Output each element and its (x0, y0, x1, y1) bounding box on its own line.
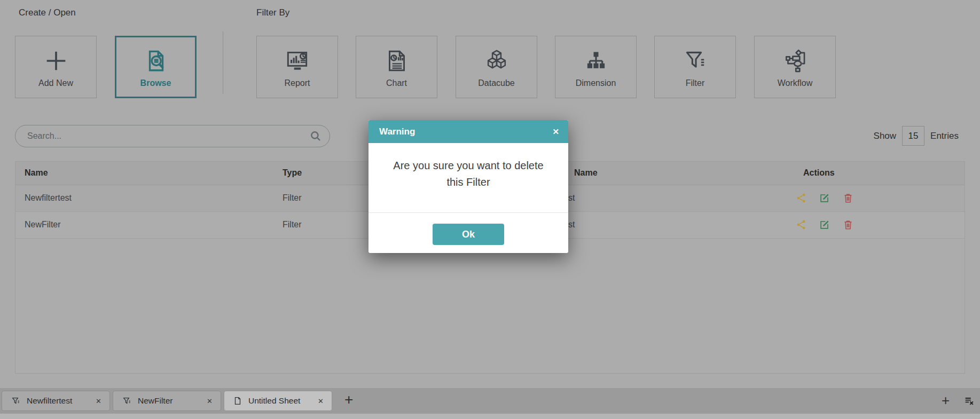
workflow-icon (782, 46, 809, 75)
warning-dialog: Warning ✕ Are you sure you want to delet… (369, 120, 568, 253)
dialog-message: Are you sure you want to delete this Fil… (385, 157, 552, 191)
share-icon[interactable] (795, 192, 807, 204)
browse-label: Browse (140, 78, 171, 88)
filter-icon (682, 46, 709, 75)
share-icon[interactable] (795, 219, 807, 231)
edit-icon[interactable] (819, 219, 830, 231)
tile-label: Datacube (478, 78, 515, 88)
dimension-icon (583, 46, 609, 75)
filter-tile-chart[interactable]: Chart (356, 36, 437, 98)
tile-label: Dimension (576, 78, 616, 88)
filter-tile-report[interactable]: Report (256, 36, 338, 98)
search-icon[interactable] (309, 129, 323, 145)
cell-name: Newfiltertest (25, 193, 72, 203)
add-new-label: Add New (38, 78, 73, 88)
close-icon[interactable]: ✕ (318, 397, 324, 405)
filter-tile-datacube[interactable]: Datacube (456, 36, 537, 98)
sheet-tab-label: Newfiltertest (27, 396, 96, 406)
entries-control: Show Entries (874, 126, 959, 146)
browse-tile[interactable]: Browse (115, 36, 197, 98)
add-sheet-button-right[interactable]: + (942, 393, 950, 407)
add-new-tile[interactable]: Add New (15, 36, 97, 98)
sheet-tab-bar: Newfiltertest ✕ NewFilter ✕ Untitled She… (0, 388, 980, 414)
tile-label: Filter (686, 78, 705, 88)
filter-tile-workflow[interactable]: Workflow (754, 36, 836, 98)
col-header-owner-fragment: Name (574, 168, 598, 178)
sheet-tab-newfiltertest[interactable]: Newfiltertest ✕ (2, 391, 110, 411)
create-open-title: Create / Open (19, 7, 76, 18)
filter-tile-dimension[interactable]: Dimension (555, 36, 637, 98)
cell-owner-fragment: st (568, 220, 575, 230)
dialog-title: Warning (379, 127, 415, 137)
col-header-name: Name (25, 168, 48, 178)
filter-funnel-icon (11, 396, 21, 406)
show-label: Show (874, 131, 897, 141)
filter-tile-filter[interactable]: Filter (654, 36, 736, 98)
report-icon (284, 46, 311, 75)
search-input[interactable] (15, 125, 330, 147)
cell-name: NewFilter (25, 220, 61, 230)
cell-type: Filter (283, 220, 302, 230)
delete-icon[interactable] (842, 192, 854, 204)
delete-icon[interactable] (842, 219, 854, 231)
browse-document-search-icon (143, 46, 169, 75)
bottom-strip (0, 414, 980, 419)
filter-funnel-icon (122, 396, 132, 406)
sheet-tab-newfilter[interactable]: NewFilter ✕ (113, 391, 221, 411)
filter-by-title: Filter By (256, 7, 289, 18)
search-bar (15, 125, 330, 147)
cell-type: Filter (283, 193, 302, 203)
dialog-footer-divider (369, 212, 568, 213)
tile-label: Report (284, 78, 310, 88)
close-icon[interactable]: ✕ (552, 128, 559, 136)
cell-owner-fragment: st (568, 193, 575, 203)
col-header-actions: Actions (803, 168, 835, 178)
plus-icon (42, 46, 70, 75)
tile-label: Chart (386, 78, 407, 88)
sheet-tab-untitled-sheet[interactable]: Untitled Sheet ✕ (224, 391, 332, 411)
datacube-icon (483, 46, 510, 75)
chart-icon (383, 46, 410, 75)
sheet-tab-label: Untitled Sheet (248, 396, 318, 406)
close-icon[interactable]: ✕ (96, 397, 101, 405)
page-size-input[interactable] (902, 126, 924, 146)
sheet-list-x-icon[interactable] (963, 395, 975, 407)
col-header-type: Type (283, 168, 302, 178)
entries-label: Entries (930, 131, 959, 141)
warning-dialog-header: Warning ✕ (369, 120, 568, 143)
close-icon[interactable]: ✕ (207, 397, 213, 405)
section-divider (223, 31, 223, 94)
add-sheet-button[interactable]: + (344, 392, 353, 407)
sheet-tab-label: NewFilter (138, 396, 207, 406)
edit-icon[interactable] (819, 192, 830, 204)
ok-button[interactable]: Ok (433, 224, 504, 245)
sheet-document-icon (233, 396, 242, 406)
tile-label: Workflow (778, 78, 813, 88)
